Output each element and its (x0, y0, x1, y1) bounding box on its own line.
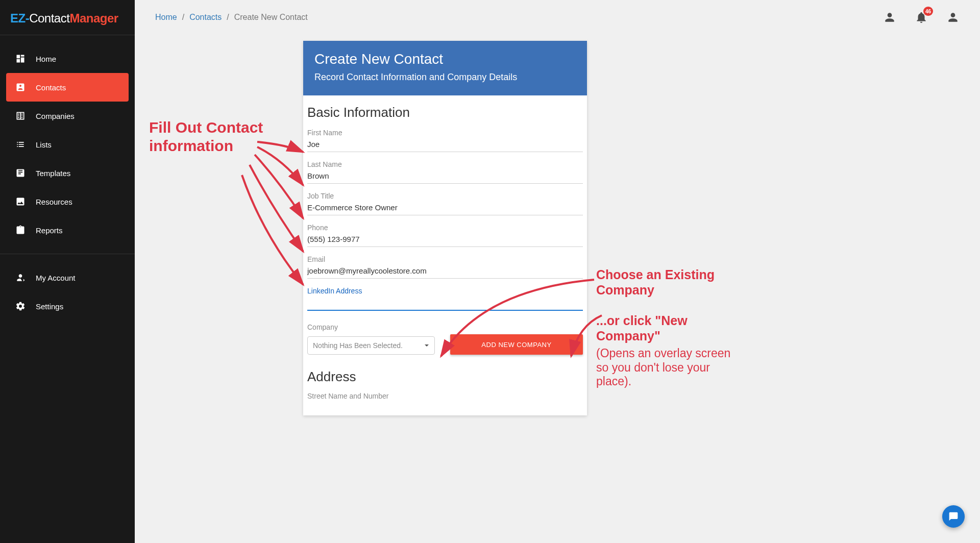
company-select-value: Nothing Has Been Selected. (313, 341, 403, 350)
field-phone: Phone (307, 224, 583, 247)
phone-label: Phone (307, 224, 583, 232)
sidebar-item-label: Reports (36, 226, 63, 235)
logo: EZ-ContactManager (0, 0, 135, 35)
sidebar-item-label: Companies (36, 112, 75, 120)
sidebar-item-reports[interactable]: Reports (6, 216, 129, 244)
annotation-right: Choose an Existing Company ...or click "… (596, 267, 739, 389)
sidebar-item-label: Lists (36, 140, 52, 149)
person-icon (946, 11, 960, 24)
first-name-input[interactable] (307, 138, 583, 152)
topbar: Home / Contacts / Create New Contact 46 (135, 0, 980, 35)
topbar-notifications[interactable]: 46 (915, 11, 928, 24)
sidebar-item-lists[interactable]: Lists (6, 130, 129, 159)
card-header: Create New Contact Record Contact Inform… (303, 41, 587, 95)
field-last-name: Last Name (307, 160, 583, 184)
template-icon (15, 168, 26, 178)
sidebar-nav-secondary: My Account Settings (0, 254, 135, 330)
phone-input[interactable] (307, 233, 583, 247)
content-scroll[interactable]: Create New Contact Record Contact Inform… (135, 35, 980, 543)
breadcrumb: Home / Contacts / Create New Contact (155, 13, 308, 22)
create-contact-card: Create New Contact Record Contact Inform… (303, 41, 587, 415)
annotation-left: Fill Out Contact information (149, 118, 292, 155)
breadcrumb-contacts[interactable]: Contacts (189, 13, 222, 22)
topbar-icons: 46 (883, 11, 960, 24)
add-new-company-button[interactable]: ADD NEW COMPANY (450, 334, 583, 355)
last-name-input[interactable] (307, 169, 583, 184)
sidebar-item-label: Templates (36, 169, 70, 178)
building-icon (15, 111, 26, 121)
contact-icon (15, 82, 26, 92)
card-subtitle: Record Contact Information and Company D… (314, 70, 576, 84)
company-select-wrap: Company Nothing Has Been Selected. (307, 323, 435, 355)
gear-icon (15, 301, 26, 311)
caret-down-icon (424, 343, 429, 348)
breadcrumb-current: Create New Contact (234, 13, 308, 22)
sidebar: EZ-ContactManager Home Contacts Companie… (0, 0, 135, 543)
company-select[interactable]: Nothing Has Been Selected. (307, 336, 435, 355)
arrow-2 (206, 137, 308, 203)
sidebar-item-label: My Account (36, 274, 76, 282)
linkedin-label: LinkedIn Address (307, 287, 583, 295)
topbar-user-icon[interactable] (883, 11, 896, 24)
chat-fab[interactable] (942, 505, 965, 528)
annot-right-1: Choose an Existing Company (596, 267, 715, 297)
card-title: Create New Contact (314, 51, 576, 67)
sidebar-item-home[interactable]: Home (6, 44, 129, 73)
job-title-input[interactable] (307, 201, 583, 215)
field-job-title: Job Title (307, 192, 583, 215)
breadcrumb-sep: / (227, 13, 229, 22)
company-row: Company Nothing Has Been Selected. ADD N… (307, 323, 583, 355)
sidebar-item-settings[interactable]: Settings (6, 292, 129, 320)
sidebar-item-label: Contacts (36, 83, 66, 92)
sidebar-nav-primary: Home Contacts Companies Lists Templates … (0, 35, 135, 254)
chat-icon (948, 511, 959, 522)
sidebar-item-companies[interactable]: Companies (6, 102, 129, 130)
arrow-3 (206, 137, 308, 234)
sidebar-item-resources[interactable]: Resources (6, 187, 129, 216)
annot-right-3: (Opens an overlay screen so you don't lo… (596, 347, 739, 389)
person-icon (883, 11, 896, 24)
first-name-label: First Name (307, 129, 583, 137)
breadcrumb-home[interactable]: Home (155, 13, 177, 22)
email-input[interactable] (307, 264, 583, 279)
arrow-4 (206, 137, 308, 269)
last-name-label: Last Name (307, 160, 583, 168)
topbar-profile-icon[interactable] (946, 11, 960, 24)
dashboard-icon (15, 54, 26, 64)
image-icon (15, 196, 26, 207)
company-label: Company (307, 323, 435, 331)
field-first-name: First Name (307, 129, 583, 152)
logo-part1: EZ- (10, 11, 29, 25)
sidebar-item-label: Resources (36, 198, 72, 206)
main-area: Home / Contacts / Create New Contact 46 … (135, 0, 980, 543)
annot-right-2: ...or click "New Company" (596, 313, 688, 343)
email-label: Email (307, 255, 583, 263)
sidebar-item-label: Settings (36, 302, 63, 311)
sidebar-item-contacts[interactable]: Contacts (6, 73, 129, 102)
address-street-label: Street Name and Number (307, 392, 583, 400)
arrow-5 (206, 137, 308, 300)
sidebar-item-label: Home (36, 55, 56, 63)
logo-part3: Manager (69, 11, 118, 25)
job-title-label: Job Title (307, 192, 583, 200)
list-icon (15, 139, 26, 150)
sidebar-item-myaccount[interactable]: My Account (6, 263, 129, 292)
card-body: Basic Information First Name Last Name J… (303, 95, 587, 415)
section-basic-info: Basic Information (307, 105, 583, 120)
notifications-badge: 46 (923, 7, 933, 16)
clipboard-icon (15, 225, 26, 235)
breadcrumb-sep: / (182, 13, 184, 22)
logo-part2: Contact (29, 11, 69, 25)
sidebar-item-templates[interactable]: Templates (6, 159, 129, 187)
field-email: Email (307, 255, 583, 279)
section-address: Address (307, 369, 583, 385)
field-linkedin: LinkedIn Address (307, 287, 583, 311)
account-icon (15, 273, 26, 283)
arrow-1 (206, 137, 308, 183)
linkedin-input[interactable] (307, 296, 583, 311)
